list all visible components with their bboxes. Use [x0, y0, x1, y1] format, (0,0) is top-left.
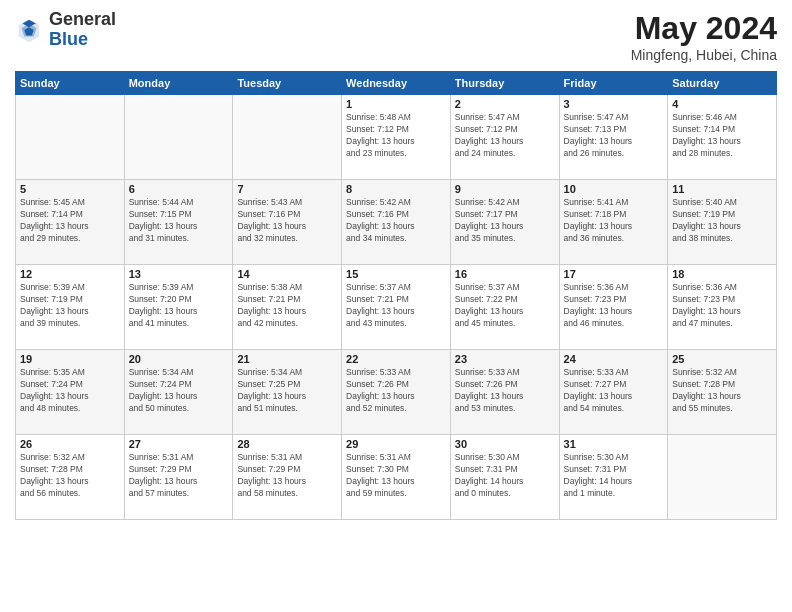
- col-monday: Monday: [124, 72, 233, 95]
- day-number: 4: [672, 98, 772, 110]
- day-number: 14: [237, 268, 337, 280]
- week-row-5: 26Sunrise: 5:32 AM Sunset: 7:28 PM Dayli…: [16, 435, 777, 520]
- day-cell: 4Sunrise: 5:46 AM Sunset: 7:14 PM Daylig…: [668, 95, 777, 180]
- col-wednesday: Wednesday: [342, 72, 451, 95]
- day-number: 5: [20, 183, 120, 195]
- day-info: Sunrise: 5:35 AM Sunset: 7:24 PM Dayligh…: [20, 367, 120, 415]
- day-info: Sunrise: 5:32 AM Sunset: 7:28 PM Dayligh…: [672, 367, 772, 415]
- day-info: Sunrise: 5:30 AM Sunset: 7:31 PM Dayligh…: [455, 452, 555, 500]
- day-number: 16: [455, 268, 555, 280]
- header-row: Sunday Monday Tuesday Wednesday Thursday…: [16, 72, 777, 95]
- day-cell: 8Sunrise: 5:42 AM Sunset: 7:16 PM Daylig…: [342, 180, 451, 265]
- day-cell: 23Sunrise: 5:33 AM Sunset: 7:26 PM Dayli…: [450, 350, 559, 435]
- day-info: Sunrise: 5:31 AM Sunset: 7:30 PM Dayligh…: [346, 452, 446, 500]
- day-number: 19: [20, 353, 120, 365]
- day-number: 13: [129, 268, 229, 280]
- day-number: 6: [129, 183, 229, 195]
- day-cell: 16Sunrise: 5:37 AM Sunset: 7:22 PM Dayli…: [450, 265, 559, 350]
- day-cell: 10Sunrise: 5:41 AM Sunset: 7:18 PM Dayli…: [559, 180, 668, 265]
- week-row-4: 19Sunrise: 5:35 AM Sunset: 7:24 PM Dayli…: [16, 350, 777, 435]
- logo-icon: [15, 16, 43, 44]
- day-cell: 17Sunrise: 5:36 AM Sunset: 7:23 PM Dayli…: [559, 265, 668, 350]
- day-info: Sunrise: 5:33 AM Sunset: 7:27 PM Dayligh…: [564, 367, 664, 415]
- day-number: 11: [672, 183, 772, 195]
- day-info: Sunrise: 5:40 AM Sunset: 7:19 PM Dayligh…: [672, 197, 772, 245]
- day-cell: 11Sunrise: 5:40 AM Sunset: 7:19 PM Dayli…: [668, 180, 777, 265]
- day-number: 22: [346, 353, 446, 365]
- day-cell: 12Sunrise: 5:39 AM Sunset: 7:19 PM Dayli…: [16, 265, 125, 350]
- day-number: 10: [564, 183, 664, 195]
- col-thursday: Thursday: [450, 72, 559, 95]
- day-cell: 26Sunrise: 5:32 AM Sunset: 7:28 PM Dayli…: [16, 435, 125, 520]
- day-cell: 7Sunrise: 5:43 AM Sunset: 7:16 PM Daylig…: [233, 180, 342, 265]
- day-info: Sunrise: 5:36 AM Sunset: 7:23 PM Dayligh…: [564, 282, 664, 330]
- day-info: Sunrise: 5:44 AM Sunset: 7:15 PM Dayligh…: [129, 197, 229, 245]
- day-cell: 29Sunrise: 5:31 AM Sunset: 7:30 PM Dayli…: [342, 435, 451, 520]
- location: Mingfeng, Hubei, China: [631, 47, 777, 63]
- day-cell: 13Sunrise: 5:39 AM Sunset: 7:20 PM Dayli…: [124, 265, 233, 350]
- day-cell: 22Sunrise: 5:33 AM Sunset: 7:26 PM Dayli…: [342, 350, 451, 435]
- day-info: Sunrise: 5:33 AM Sunset: 7:26 PM Dayligh…: [346, 367, 446, 415]
- day-cell: 9Sunrise: 5:42 AM Sunset: 7:17 PM Daylig…: [450, 180, 559, 265]
- col-tuesday: Tuesday: [233, 72, 342, 95]
- day-cell: 3Sunrise: 5:47 AM Sunset: 7:13 PM Daylig…: [559, 95, 668, 180]
- day-cell: 14Sunrise: 5:38 AM Sunset: 7:21 PM Dayli…: [233, 265, 342, 350]
- logo: General Blue: [15, 10, 116, 50]
- day-cell: 19Sunrise: 5:35 AM Sunset: 7:24 PM Dayli…: [16, 350, 125, 435]
- day-cell: 15Sunrise: 5:37 AM Sunset: 7:21 PM Dayli…: [342, 265, 451, 350]
- day-cell: 1Sunrise: 5:48 AM Sunset: 7:12 PM Daylig…: [342, 95, 451, 180]
- day-info: Sunrise: 5:36 AM Sunset: 7:23 PM Dayligh…: [672, 282, 772, 330]
- day-cell: 31Sunrise: 5:30 AM Sunset: 7:31 PM Dayli…: [559, 435, 668, 520]
- day-info: Sunrise: 5:30 AM Sunset: 7:31 PM Dayligh…: [564, 452, 664, 500]
- day-cell: 28Sunrise: 5:31 AM Sunset: 7:29 PM Dayli…: [233, 435, 342, 520]
- week-row-3: 12Sunrise: 5:39 AM Sunset: 7:19 PM Dayli…: [16, 265, 777, 350]
- col-saturday: Saturday: [668, 72, 777, 95]
- calendar-table: Sunday Monday Tuesday Wednesday Thursday…: [15, 71, 777, 520]
- day-number: 1: [346, 98, 446, 110]
- day-number: 12: [20, 268, 120, 280]
- logo-text: General Blue: [49, 10, 116, 50]
- day-number: 17: [564, 268, 664, 280]
- day-info: Sunrise: 5:37 AM Sunset: 7:21 PM Dayligh…: [346, 282, 446, 330]
- day-number: 27: [129, 438, 229, 450]
- week-row-2: 5Sunrise: 5:45 AM Sunset: 7:14 PM Daylig…: [16, 180, 777, 265]
- day-info: Sunrise: 5:47 AM Sunset: 7:13 PM Dayligh…: [564, 112, 664, 160]
- day-cell: [233, 95, 342, 180]
- day-info: Sunrise: 5:34 AM Sunset: 7:25 PM Dayligh…: [237, 367, 337, 415]
- col-friday: Friday: [559, 72, 668, 95]
- month-year: May 2024: [631, 10, 777, 47]
- day-number: 31: [564, 438, 664, 450]
- day-info: Sunrise: 5:46 AM Sunset: 7:14 PM Dayligh…: [672, 112, 772, 160]
- day-number: 18: [672, 268, 772, 280]
- day-number: 21: [237, 353, 337, 365]
- day-number: 15: [346, 268, 446, 280]
- day-info: Sunrise: 5:48 AM Sunset: 7:12 PM Dayligh…: [346, 112, 446, 160]
- day-number: 3: [564, 98, 664, 110]
- day-info: Sunrise: 5:32 AM Sunset: 7:28 PM Dayligh…: [20, 452, 120, 500]
- day-info: Sunrise: 5:42 AM Sunset: 7:17 PM Dayligh…: [455, 197, 555, 245]
- day-cell: 21Sunrise: 5:34 AM Sunset: 7:25 PM Dayli…: [233, 350, 342, 435]
- day-info: Sunrise: 5:41 AM Sunset: 7:18 PM Dayligh…: [564, 197, 664, 245]
- day-cell: [124, 95, 233, 180]
- day-info: Sunrise: 5:31 AM Sunset: 7:29 PM Dayligh…: [237, 452, 337, 500]
- logo-blue: Blue: [49, 29, 88, 49]
- day-cell: 25Sunrise: 5:32 AM Sunset: 7:28 PM Dayli…: [668, 350, 777, 435]
- day-info: Sunrise: 5:34 AM Sunset: 7:24 PM Dayligh…: [129, 367, 229, 415]
- day-cell: 20Sunrise: 5:34 AM Sunset: 7:24 PM Dayli…: [124, 350, 233, 435]
- day-cell: 2Sunrise: 5:47 AM Sunset: 7:12 PM Daylig…: [450, 95, 559, 180]
- day-cell: [16, 95, 125, 180]
- day-number: 24: [564, 353, 664, 365]
- day-number: 9: [455, 183, 555, 195]
- day-number: 28: [237, 438, 337, 450]
- day-info: Sunrise: 5:43 AM Sunset: 7:16 PM Dayligh…: [237, 197, 337, 245]
- day-info: Sunrise: 5:39 AM Sunset: 7:19 PM Dayligh…: [20, 282, 120, 330]
- day-info: Sunrise: 5:31 AM Sunset: 7:29 PM Dayligh…: [129, 452, 229, 500]
- day-info: Sunrise: 5:33 AM Sunset: 7:26 PM Dayligh…: [455, 367, 555, 415]
- day-number: 29: [346, 438, 446, 450]
- day-info: Sunrise: 5:38 AM Sunset: 7:21 PM Dayligh…: [237, 282, 337, 330]
- day-cell: 18Sunrise: 5:36 AM Sunset: 7:23 PM Dayli…: [668, 265, 777, 350]
- day-cell: 27Sunrise: 5:31 AM Sunset: 7:29 PM Dayli…: [124, 435, 233, 520]
- day-number: 8: [346, 183, 446, 195]
- day-info: Sunrise: 5:37 AM Sunset: 7:22 PM Dayligh…: [455, 282, 555, 330]
- day-cell: [668, 435, 777, 520]
